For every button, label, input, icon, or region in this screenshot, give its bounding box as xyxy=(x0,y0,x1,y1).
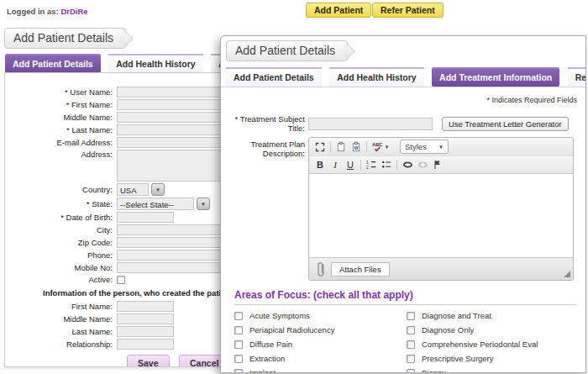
paste-from-word-button[interactable]: W xyxy=(349,140,364,154)
chevron-down-icon: ▼ xyxy=(438,145,444,150)
periapical-radiolucency-checkbox[interactable] xyxy=(234,326,243,334)
city-label: City: xyxy=(5,225,117,234)
fg-tab-refer-patient[interactable]: Refer Patient xyxy=(568,67,586,87)
editor-toolbar-row-1: W ABC▼ Styles▼ xyxy=(309,138,573,155)
creator-last-name-label: Last Name: xyxy=(5,327,117,336)
state-select[interactable]: --Select State-- xyxy=(117,198,194,210)
refer-patient-button[interactable]: Refer Patient xyxy=(372,3,444,18)
focus-item: Implant xyxy=(234,368,407,373)
anchor-flag-button[interactable] xyxy=(430,158,445,172)
creator-first-name-input[interactable] xyxy=(117,301,174,312)
maximize-button[interactable] xyxy=(312,140,328,154)
fg-tab-add-patient-details[interactable]: Add Patient Details xyxy=(226,67,322,87)
country-label: Country: xyxy=(5,185,117,194)
checkbox-label: Acute Symptoms xyxy=(249,311,310,320)
attach-files-button[interactable]: Attach Files xyxy=(331,262,390,277)
prescriptive-surgery-checkbox[interactable] xyxy=(407,355,415,363)
treatment-subject-title-label: * Treatment Subject Title: xyxy=(221,114,308,133)
checkbox-label: Periapical Radiolucency xyxy=(249,325,334,334)
username-link[interactable]: DrDiRe xyxy=(60,7,87,16)
checkbox-label: Diffuse Pain xyxy=(249,340,292,349)
svg-text:ABC: ABC xyxy=(372,143,382,148)
styles-dropdown[interactable]: Styles▼ xyxy=(400,140,449,154)
mobile-label: Mobile No: xyxy=(5,263,117,272)
user-name-label: * User Name: xyxy=(5,87,117,97)
country-select-button[interactable]: ▼ xyxy=(151,183,165,196)
svg-text:W: W xyxy=(354,145,358,150)
bold-button[interactable]: B xyxy=(312,158,328,172)
creator-first-name-label: First Name: xyxy=(5,302,117,311)
comprehensive-periodontal-eval-checkbox[interactable] xyxy=(407,340,415,349)
toolbar-separator xyxy=(396,160,397,171)
fg-tab-bar: Add Patient Details Add Health History A… xyxy=(221,67,585,87)
chevron-down-icon: ▼ xyxy=(201,202,206,207)
paste-icon xyxy=(336,141,346,152)
extraction-checkbox[interactable] xyxy=(234,355,243,363)
paste-from-word-icon: W xyxy=(351,141,361,152)
save-button[interactable]: Save xyxy=(127,355,170,367)
focus-item: Comprehensive Periodontal Eval xyxy=(407,340,538,349)
fg-tab-add-treatment-information[interactable]: Add Treatment Information xyxy=(432,67,559,87)
checkbox-label: Biopsy xyxy=(422,368,446,373)
bg-tab-add-patient-details[interactable]: Add Patient Details xyxy=(5,54,101,73)
acute-symptoms-checkbox[interactable] xyxy=(234,312,243,320)
focus-checkbox-grid: Acute Symptoms Periapical Radiolucency D… xyxy=(221,311,585,373)
spell-check-button[interactable]: ABC▼ xyxy=(370,140,391,154)
creator-last-name-input[interactable] xyxy=(117,326,174,337)
focus-item: Periapical Radiolucency xyxy=(234,325,407,334)
biopsy-checkbox[interactable] xyxy=(407,369,415,374)
link-button[interactable] xyxy=(400,158,415,172)
bullet-list-button[interactable] xyxy=(379,158,394,172)
resize-handle[interactable] xyxy=(564,271,570,277)
diagnose-and-treat-checkbox[interactable] xyxy=(407,312,415,320)
svg-text:2.: 2. xyxy=(366,166,370,170)
chevron-down-icon: ▼ xyxy=(155,187,160,192)
italic-button[interactable]: I xyxy=(328,158,343,172)
add-patient-button[interactable]: Add Patient xyxy=(306,3,371,18)
toolbar-separator xyxy=(330,141,331,152)
implant-checkbox[interactable] xyxy=(234,369,243,374)
treatment-subject-title-input[interactable] xyxy=(308,118,433,130)
use-treatment-letter-generator-button[interactable]: Use Treatment Letter Generator xyxy=(442,117,569,131)
add-treatment-information-panel: Add Patient Details Add Patient Details … xyxy=(220,35,586,373)
relationship-label: Relationship: xyxy=(5,340,117,349)
active-checkbox[interactable] xyxy=(117,276,125,284)
unlink-button[interactable] xyxy=(415,158,430,172)
date-of-birth-input[interactable] xyxy=(117,212,174,223)
last-name-label: * Last Name: xyxy=(5,125,117,134)
top-bar: Logged in as: DrDiRe Add Patient Refer P… xyxy=(0,0,588,24)
editor-content[interactable] xyxy=(309,173,573,257)
flag-icon xyxy=(433,160,443,170)
numbered-list-button[interactable]: 1.2. xyxy=(364,158,379,172)
toolbar-separator xyxy=(360,160,361,171)
paste-button[interactable] xyxy=(333,140,349,154)
logged-in-label: Logged in as: xyxy=(7,7,59,16)
numbered-list-icon: 1.2. xyxy=(366,160,376,170)
checkbox-label: Extraction xyxy=(249,354,285,363)
focus-item: Diagnose and Treat xyxy=(407,311,538,320)
maximize-icon xyxy=(315,142,325,152)
bg-tab-add-health-history[interactable]: Add Health History xyxy=(108,54,203,73)
checkbox-label: Implant xyxy=(249,368,276,373)
diffuse-pain-checkbox[interactable] xyxy=(234,340,243,349)
unlink-icon xyxy=(417,160,428,170)
checkbox-label: Diagnose and Treat xyxy=(422,311,491,320)
diagnose-only-checkbox[interactable] xyxy=(407,326,415,334)
first-name-label: * First Name: xyxy=(5,100,117,109)
state-select-button[interactable]: ▼ xyxy=(197,198,210,210)
creator-middle-name-input[interactable] xyxy=(117,313,174,324)
focus-column-right: Diagnose and Treat Diagnose Only Compreh… xyxy=(407,311,538,373)
address-label: Address: xyxy=(5,150,117,159)
fg-tab-add-health-history[interactable]: Add Health History xyxy=(329,67,424,87)
checkbox-label: Diagnose Only xyxy=(422,325,474,334)
country-select[interactable]: USA xyxy=(117,183,149,196)
underline-button[interactable]: U xyxy=(343,158,358,172)
checkbox-label: Comprehensive Periodontal Eval xyxy=(422,340,538,349)
relationship-input[interactable] xyxy=(117,339,174,350)
divider xyxy=(234,304,577,305)
styles-label: Styles xyxy=(405,142,427,151)
bg-page-title: Add Patient Details xyxy=(4,28,126,49)
toolbar-separator xyxy=(366,141,367,152)
focus-column-left: Acute Symptoms Periapical Radiolucency D… xyxy=(234,311,407,373)
treatment-plan-description-label: Treatment Plan Description: xyxy=(221,137,308,158)
